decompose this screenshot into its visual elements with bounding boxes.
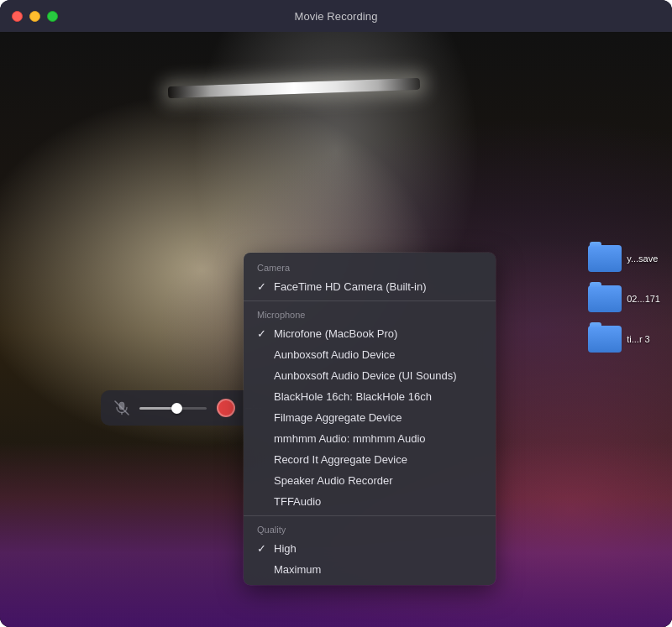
quality-section-label: Quality — [244, 520, 496, 538]
microphone-aunboxsoft-ui-item[interactable]: ✓ Aunboxsoft Audio Device (UI Sounds) — [244, 365, 496, 386]
title-bar: Movie Recording — [0, 0, 672, 32]
quality-maximum-item[interactable]: ✓ Maximum — [244, 559, 496, 580]
traffic-lights — [12, 11, 58, 22]
record-button[interactable] — [217, 399, 235, 417]
microphone-section-label: Microphone — [244, 305, 496, 323]
list-item: 02...171 — [583, 282, 665, 316]
window-title: Movie Recording — [294, 10, 377, 23]
microphone-macbook-pro-label: Microfone (MacBook Pro) — [274, 327, 397, 340]
microphone-aunboxsoft-ui-label: Aunboxsoft Audio Device (UI Sounds) — [274, 369, 457, 382]
checkmark-icon: ✓ — [257, 327, 269, 340]
folder-icon — [588, 326, 622, 353]
microphone-mmhmm-label: mmhmm Audio: mmhmm Audio — [274, 432, 426, 445]
microphone-aunboxsoft-label: Aunboxsoft Audio Device — [274, 348, 396, 361]
microphone-filmage-label: Filmage Aggregate Device — [274, 411, 402, 424]
video-area: y...save 02...171 ti...r 3 — [0, 32, 672, 627]
separator — [244, 300, 496, 301]
checkmark-icon: ✓ — [257, 542, 269, 555]
folder-label: ti...r 3 — [627, 334, 650, 344]
checkmark-icon: ✓ — [257, 280, 269, 293]
microphone-macbook-pro-item[interactable]: ✓ Microfone (MacBook Pro) — [244, 323, 496, 344]
microphone-speaker-audio-label: Speaker Audio Recorder — [274, 474, 393, 487]
volume-slider-container — [139, 407, 207, 410]
folder-icon — [588, 245, 622, 272]
camera-facetime-hd-item[interactable]: ✓ FaceTime HD Camera (Built-in) — [244, 276, 496, 297]
app-window: Movie Recording y...save 02...171 ti...r… — [0, 0, 672, 627]
microphone-blackhole-label: BlackHole 16ch: BlackHole 16ch — [274, 390, 432, 403]
close-button[interactable] — [12, 11, 23, 22]
mute-icon[interactable] — [114, 400, 129, 415]
microphone-tffaudio-label: TFFAudio — [274, 495, 321, 508]
microphone-mmhmm-item[interactable]: ✓ mmhmm Audio: mmhmm Audio — [244, 428, 496, 449]
microphone-blackhole-item[interactable]: ✓ BlackHole 16ch: BlackHole 16ch — [244, 386, 496, 407]
maximize-button[interactable] — [47, 11, 58, 22]
folder-label: 02...171 — [627, 294, 660, 304]
folder-icons-list: y...save 02...171 ti...r 3 — [583, 242, 672, 356]
camera-section-label: Camera — [244, 258, 496, 276]
folder-icon — [588, 285, 622, 312]
folder-label: y...save — [627, 253, 658, 264]
camera-facetime-hd-label: FaceTime HD Camera (Built-in) — [274, 280, 427, 293]
microphone-filmage-item[interactable]: ✓ Filmage Aggregate Device — [244, 407, 496, 428]
quality-high-item[interactable]: ✓ High — [244, 538, 496, 559]
list-item: y...save — [583, 242, 665, 275]
quality-high-label: High — [274, 542, 297, 555]
minimize-button[interactable] — [29, 11, 40, 22]
microphone-speaker-audio-item[interactable]: ✓ Speaker Audio Recorder — [244, 470, 496, 491]
microphone-tffaudio-item[interactable]: ✓ TFFAudio — [244, 491, 496, 512]
volume-slider[interactable] — [139, 407, 207, 410]
separator — [244, 515, 496, 516]
microphone-aunboxsoft-item[interactable]: ✓ Aunboxsoft Audio Device — [244, 344, 496, 365]
camera-mic-quality-dropdown: Camera ✓ FaceTime HD Camera (Built-in) M… — [244, 253, 496, 585]
microphone-record-it-label: Record It Aggregate Device — [274, 453, 407, 466]
list-item: ti...r 3 — [583, 322, 665, 356]
quality-maximum-label: Maximum — [274, 563, 321, 576]
microphone-record-it-item[interactable]: ✓ Record It Aggregate Device — [244, 449, 496, 470]
